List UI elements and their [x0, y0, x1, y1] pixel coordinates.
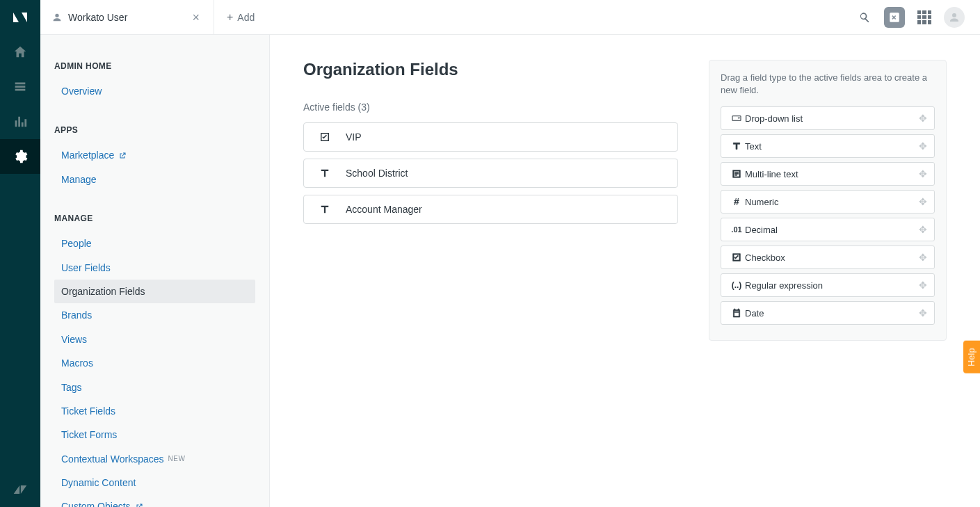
- text-icon: [728, 140, 745, 152]
- section-manage: MANAGE: [40, 204, 269, 232]
- close-tab-icon[interactable]: ×: [189, 8, 202, 26]
- drag-handle-icon: ✥: [919, 196, 927, 207]
- sidebar-item-marketplace[interactable]: Marketplace: [40, 143, 269, 167]
- apps-button[interactable]: [917, 10, 931, 24]
- add-tab-label: Add: [237, 12, 255, 23]
- conversations-button[interactable]: [884, 7, 905, 28]
- tab-user[interactable]: Workato User ×: [40, 0, 214, 34]
- plus-icon: +: [227, 12, 233, 23]
- type-label: Regular expression: [745, 280, 919, 291]
- field-label: School District: [346, 168, 408, 179]
- sidebar-item-brands[interactable]: Brands: [40, 303, 269, 327]
- type-dropdown[interactable]: Drop-down list ✥: [721, 106, 935, 130]
- active-fields-header: Active fields (3): [303, 102, 678, 113]
- sidebar-item-dynamic-content[interactable]: Dynamic Content: [40, 471, 269, 494]
- page-title: Organization Fields: [303, 60, 678, 79]
- section-admin-home: ADMIN HOME: [40, 51, 269, 79]
- brand-logo[interactable]: [0, 0, 40, 35]
- person-icon: [51, 12, 63, 23]
- external-link-icon: [135, 503, 143, 507]
- text-icon: [304, 203, 346, 216]
- external-link-icon: [118, 152, 127, 160]
- topbar: Workato User × + Add: [40, 0, 980, 35]
- nav-rail: [0, 0, 40, 507]
- person-icon: [948, 11, 961, 24]
- sidebar-item-overview[interactable]: Overview: [40, 79, 269, 103]
- drag-handle-icon: ✥: [919, 113, 927, 124]
- add-tab-button[interactable]: + Add: [214, 0, 267, 34]
- sidebar-item-macros[interactable]: Macros: [40, 351, 269, 375]
- drag-handle-icon: ✥: [919, 252, 927, 263]
- type-label: Decimal: [745, 225, 919, 235]
- date-icon: [728, 307, 745, 319]
- apps-grid-icon: [917, 10, 931, 24]
- type-multiline[interactable]: Multi-line text ✥: [721, 162, 935, 186]
- regex-icon: (..): [728, 280, 745, 290]
- drag-handle-icon: ✥: [919, 224, 927, 235]
- field-types-panel: Drag a field type to the active fields a…: [709, 60, 947, 341]
- section-apps: APPS: [40, 115, 269, 143]
- multiline-icon: [728, 168, 745, 179]
- sidebar-item-organization-fields[interactable]: Organization Fields: [54, 280, 255, 303]
- sidebar-item-ticket-fields[interactable]: Ticket Fields: [40, 399, 269, 423]
- type-numeric[interactable]: # Numeric ✥: [721, 190, 935, 214]
- sidebar-item-tags[interactable]: Tags: [40, 376, 269, 399]
- field-row-school-district[interactable]: School District: [303, 159, 678, 188]
- rail-views[interactable]: [0, 70, 40, 104]
- search-button[interactable]: [858, 10, 871, 24]
- panel-hint: Drag a field type to the active fields a…: [721, 72, 935, 97]
- new-badge: NEW: [168, 453, 186, 465]
- field-row-vip[interactable]: VIP: [303, 122, 678, 152]
- field-label: VIP: [346, 131, 362, 143]
- checkbox-icon: [728, 252, 745, 263]
- sidebar-item-contextual-workspaces[interactable]: Contextual Workspaces NEW: [40, 447, 269, 471]
- sidebar-item-custom-objects[interactable]: Custom Objects: [40, 494, 269, 507]
- numeric-icon: #: [728, 196, 745, 207]
- main-panel: Organization Fields Active fields (3) VI…: [270, 35, 980, 507]
- decimal-icon: .01: [728, 225, 745, 234]
- search-icon: [858, 10, 871, 24]
- type-label: Numeric: [745, 197, 919, 207]
- admin-sidebar: ADMIN HOME Overview APPS Marketplace Man…: [40, 35, 270, 507]
- rail-admin[interactable]: [0, 139, 40, 174]
- avatar[interactable]: [944, 7, 965, 28]
- type-label: Checkbox: [745, 252, 919, 263]
- drag-handle-icon: ✥: [919, 168, 927, 179]
- rail-home[interactable]: [0, 35, 40, 70]
- field-row-account-manager[interactable]: Account Manager: [303, 195, 678, 224]
- sidebar-item-manage-apps[interactable]: Manage: [40, 168, 269, 191]
- text-icon: [304, 167, 346, 179]
- checkbox-icon: [304, 131, 346, 143]
- tab-label: Workato User: [68, 12, 184, 23]
- sidebar-item-people[interactable]: People: [40, 232, 269, 255]
- type-text[interactable]: Text ✥: [721, 134, 935, 158]
- rail-zendesk-logo[interactable]: [0, 472, 40, 507]
- type-label: Multi-line text: [745, 169, 919, 179]
- drag-handle-icon: ✥: [919, 140, 927, 152]
- sidebar-item-ticket-forms[interactable]: Ticket Forms: [40, 423, 269, 446]
- type-checkbox[interactable]: Checkbox ✥: [721, 246, 935, 269]
- dropdown-icon: [728, 113, 745, 124]
- type-regex[interactable]: (..) Regular expression ✥: [721, 273, 935, 297]
- sidebar-item-views[interactable]: Views: [40, 328, 269, 351]
- field-label: Account Manager: [346, 204, 422, 215]
- close-box-icon: [888, 11, 901, 24]
- type-label: Text: [745, 141, 919, 152]
- drag-handle-icon: ✥: [919, 307, 927, 319]
- type-label: Date: [745, 308, 919, 319]
- type-decimal[interactable]: .01 Decimal ✥: [721, 218, 935, 241]
- sidebar-item-user-fields[interactable]: User Fields: [40, 256, 269, 280]
- drag-handle-icon: ✥: [919, 280, 927, 291]
- rail-reports[interactable]: [0, 104, 40, 139]
- type-label: Drop-down list: [745, 113, 919, 124]
- type-date[interactable]: Date ✥: [721, 301, 935, 325]
- help-tab[interactable]: Help: [963, 341, 980, 373]
